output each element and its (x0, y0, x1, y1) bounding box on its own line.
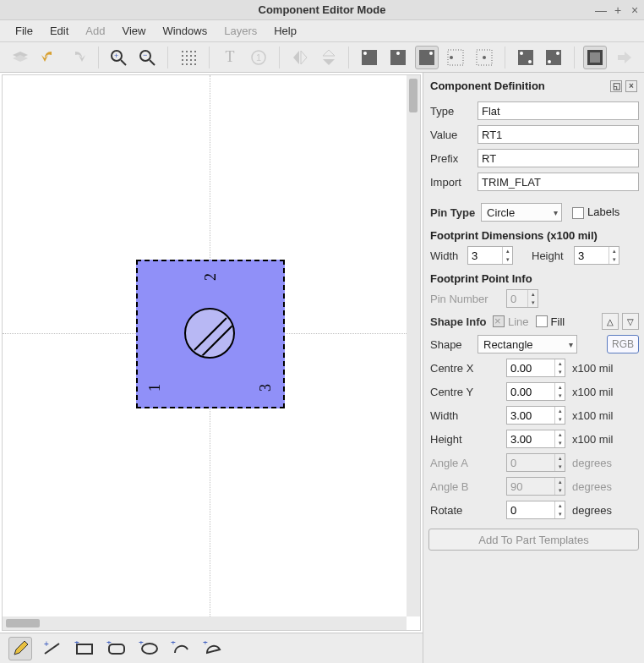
pin-1: 1 (146, 384, 164, 392)
snap-3-icon[interactable] (415, 46, 439, 69)
prefix-input[interactable] (478, 149, 639, 167)
fill-checkbox[interactable] (536, 315, 548, 327)
menu-add: Add (77, 21, 113, 41)
menu-layers: Layers (216, 21, 265, 41)
rgb-button[interactable]: RGB (607, 335, 639, 353)
svg-text:+: + (114, 52, 118, 60)
svg-line-42 (194, 318, 226, 350)
rotate-spinner[interactable]: ▴▾ (506, 501, 565, 519)
centrex-spinner[interactable]: ▴▾ (506, 359, 565, 377)
canvas-area[interactable]: 1 2 3 (2, 74, 421, 631)
vertical-scrollbar[interactable] (407, 75, 420, 616)
panel-close-icon[interactable]: × (625, 80, 637, 92)
pencil-icon[interactable] (8, 637, 32, 660)
grid-icon[interactable] (177, 46, 200, 69)
svg-text:+: + (203, 641, 208, 647)
svg-point-27 (396, 52, 400, 55)
svg-point-16 (190, 59, 192, 61)
fill-label: Fill (551, 315, 565, 328)
close-icon[interactable]: × (629, 4, 641, 16)
move-down-icon[interactable]: ▽ (622, 313, 639, 330)
width-spinner[interactable]: ▴▾ (467, 246, 513, 265)
labels-checkbox[interactable] (572, 207, 584, 219)
svg-point-33 (483, 56, 486, 59)
rect-icon[interactable]: + (73, 637, 96, 660)
angleb-spinner: ▴▾ (506, 477, 565, 496)
swidth-spinner[interactable]: ▴▾ (506, 406, 565, 425)
menu-edit[interactable]: Edit (41, 21, 77, 41)
component-circle[interactable] (184, 308, 235, 359)
snap-4-icon[interactable] (444, 46, 467, 69)
arc-icon[interactable]: + (169, 637, 193, 660)
rotate-label: Rotate (428, 504, 506, 517)
svg-line-4 (150, 60, 155, 65)
swidth-label: Width (428, 409, 506, 422)
chord-icon[interactable]: + (201, 637, 225, 660)
maximize-icon[interactable]: + (612, 4, 624, 16)
undo-icon[interactable] (37, 46, 61, 69)
anglea-label: Angle A (428, 457, 506, 469)
svg-point-8 (190, 51, 192, 52)
svg-point-9 (194, 51, 196, 52)
ellipse-icon[interactable]: + (137, 637, 161, 660)
component-rectangle[interactable]: 1 2 3 (136, 260, 285, 408)
text-icon: T (218, 46, 242, 69)
snap-2-icon[interactable] (386, 46, 410, 69)
flip-h-icon (288, 46, 312, 69)
active-tool-icon[interactable] (583, 46, 607, 69)
line-checkbox: × (493, 315, 505, 327)
move-up-icon[interactable]: △ (602, 313, 619, 330)
centrey-spinner[interactable]: ▴▾ (506, 382, 565, 401)
svg-line-43 (201, 325, 233, 357)
redo-icon (66, 46, 90, 69)
menu-file[interactable]: File (7, 21, 41, 41)
svg-text:+: + (171, 641, 176, 647)
svg-point-29 (429, 52, 433, 55)
shape-select[interactable]: Rectangle (478, 335, 577, 353)
svg-point-12 (190, 55, 192, 57)
snap-1-icon[interactable] (357, 46, 381, 69)
svg-point-36 (528, 60, 532, 63)
type-input[interactable] (478, 101, 639, 120)
prefix-label: Prefix (428, 152, 478, 165)
svg-point-39 (548, 60, 551, 63)
minimize-icon[interactable]: — (595, 4, 607, 16)
svg-point-18 (182, 63, 183, 65)
shape-label: Shape (428, 338, 478, 351)
import-input[interactable] (478, 173, 639, 191)
height-label: Height (530, 249, 574, 262)
dist-2-icon[interactable] (543, 46, 566, 69)
zoom-out-icon[interactable]: − (135, 46, 159, 69)
add-to-templates-button[interactable]: Add To Part Templates (428, 529, 639, 551)
svg-point-14 (182, 59, 183, 61)
zoom-in-icon[interactable]: + (107, 46, 131, 69)
rounded-rect-icon[interactable]: + (105, 637, 128, 660)
dist-1-icon[interactable] (514, 46, 538, 69)
horizontal-scrollbar[interactable] (3, 616, 407, 630)
snap-5-icon[interactable] (472, 46, 496, 69)
main-toolbar: + − T 1 (0, 42, 644, 73)
line-icon[interactable]: + (41, 637, 64, 660)
menu-view[interactable]: View (114, 21, 155, 41)
svg-point-20 (190, 63, 192, 65)
line-label: Line (508, 315, 529, 328)
height-spinner[interactable]: ▴▾ (574, 246, 619, 265)
svg-point-7 (186, 51, 188, 52)
menu-windows[interactable]: Windows (154, 21, 216, 41)
pin-3: 3 (257, 384, 275, 392)
pintype-label: Pin Type (428, 206, 481, 219)
svg-point-10 (182, 55, 183, 57)
sheight-spinner[interactable]: ▴▾ (506, 430, 565, 448)
draw-toolbar: + + + + + + (0, 633, 423, 663)
panel-detach-icon[interactable]: ◱ (610, 80, 622, 92)
titlebar: Component Editor Mode — + × (0, 0, 644, 20)
sheight-label: Height (428, 433, 506, 446)
menu-help[interactable]: Help (265, 21, 305, 41)
svg-text:−: − (143, 51, 147, 59)
centrex-label: Centre X (428, 362, 506, 375)
pointinfo-title: Footprint Point Info (428, 267, 639, 287)
value-input[interactable] (478, 125, 639, 144)
shapeinfo-label: Shape Info (428, 315, 493, 328)
pintype-select[interactable]: Circle (481, 203, 562, 222)
type-label: Type (428, 105, 478, 118)
